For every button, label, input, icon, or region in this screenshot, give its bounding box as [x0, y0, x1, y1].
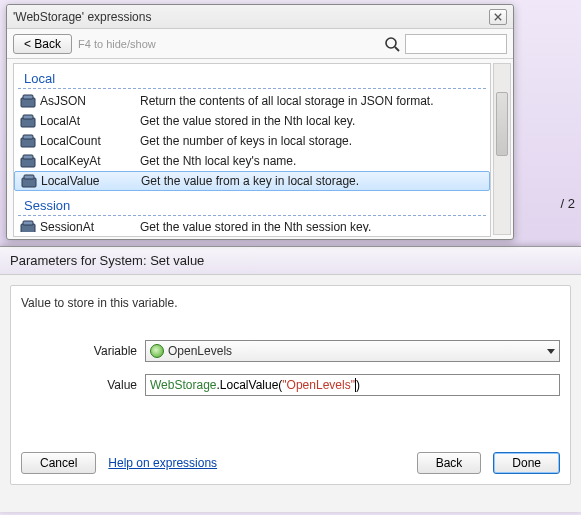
list-item[interactable]: LocalCount Get the number of keys in loc… [14, 131, 490, 151]
item-label: LocalKeyAt [40, 154, 140, 168]
item-desc: Get the number of keys in local storage. [140, 134, 352, 148]
popup-toolbar: < Back F4 to hide/show [7, 29, 513, 59]
parameters-body: Value to store in this variable. Variabl… [10, 285, 571, 485]
back-button[interactable]: Back [417, 452, 482, 474]
close-icon [494, 10, 502, 24]
parameters-title: Parameters for System: Set value [0, 247, 581, 275]
svg-rect-7 [23, 135, 33, 139]
storage-icon [20, 220, 36, 232]
list-item[interactable]: LocalValue Get the value from a key in l… [14, 171, 490, 191]
token-object: WebStorage [150, 378, 217, 392]
item-label: SessionAt [40, 220, 140, 232]
close-button[interactable] [489, 9, 507, 25]
scrollbar[interactable] [493, 63, 511, 235]
done-button[interactable]: Done [493, 452, 560, 474]
item-label: LocalValue [41, 174, 141, 188]
search-icon[interactable] [383, 35, 401, 53]
variable-row: Variable OpenLevels [21, 340, 560, 362]
parameters-panel: Parameters for System: Set value Value t… [0, 246, 581, 512]
section-header-session: Session [18, 195, 486, 216]
storage-icon [20, 114, 36, 128]
variable-label: Variable [21, 344, 145, 358]
item-desc: Get the Nth local key's name. [140, 154, 296, 168]
popup-titlebar: 'WebStorage' expressions [7, 5, 513, 29]
variable-value: OpenLevels [168, 344, 232, 358]
item-desc: Get the value from a key in local storag… [141, 174, 359, 188]
svg-rect-3 [23, 95, 33, 99]
variable-dropdown[interactable]: OpenLevels [145, 340, 560, 362]
parameters-description: Value to store in this variable. [21, 296, 560, 310]
item-label: AsJSON [40, 94, 140, 108]
list-item[interactable]: AsJSON Return the contents of all local … [14, 91, 490, 111]
svg-rect-13 [23, 221, 33, 225]
storage-icon [20, 134, 36, 148]
button-row: Cancel Help on expressions Back Done [21, 452, 560, 474]
item-label: LocalAt [40, 114, 140, 128]
search-input[interactable] [405, 34, 507, 54]
token-paren: ) [356, 378, 360, 392]
value-input[interactable]: WebStorage.LocalValue("OpenLevels") [145, 374, 560, 396]
expressions-list: Local AsJSON Return the contents of all … [13, 63, 491, 237]
token-string: "OpenLevels" [282, 378, 355, 392]
item-label: LocalCount [40, 134, 140, 148]
cancel-button[interactable]: Cancel [21, 452, 96, 474]
popup-title: 'WebStorage' expressions [13, 10, 151, 24]
value-label: Value [21, 378, 145, 392]
page-indicator: / 2 [561, 196, 575, 211]
token-function: LocalValue [220, 378, 279, 392]
item-desc: Get the value stored in the Nth local ke… [140, 114, 355, 128]
storage-icon [20, 94, 36, 108]
scrollbar-thumb[interactable] [496, 92, 508, 156]
globe-icon [150, 344, 164, 358]
svg-point-0 [386, 38, 396, 48]
svg-rect-5 [23, 115, 33, 119]
storage-icon [21, 174, 37, 188]
list-item[interactable]: SessionAt Get the value stored in the Nt… [14, 218, 490, 232]
list-item[interactable]: LocalKeyAt Get the Nth local key's name. [14, 151, 490, 171]
expressions-popup: 'WebStorage' expressions < Back F4 to hi… [6, 4, 514, 240]
item-desc: Get the value stored in the Nth session … [140, 220, 371, 232]
chevron-down-icon [547, 349, 555, 354]
svg-line-1 [395, 47, 399, 51]
section-header-local: Local [18, 68, 486, 89]
list-item[interactable]: LocalAt Get the value stored in the Nth … [14, 111, 490, 131]
back-button[interactable]: < Back [13, 34, 72, 54]
expressions-list-wrap: Local AsJSON Return the contents of all … [7, 59, 513, 237]
value-row: Value WebStorage.LocalValue("OpenLevels"… [21, 374, 560, 396]
item-desc: Return the contents of all local storage… [140, 94, 433, 108]
svg-rect-9 [23, 155, 33, 159]
storage-icon [20, 154, 36, 168]
svg-rect-11 [24, 175, 34, 179]
help-link[interactable]: Help on expressions [108, 456, 217, 470]
hint-text: F4 to hide/show [78, 38, 156, 50]
